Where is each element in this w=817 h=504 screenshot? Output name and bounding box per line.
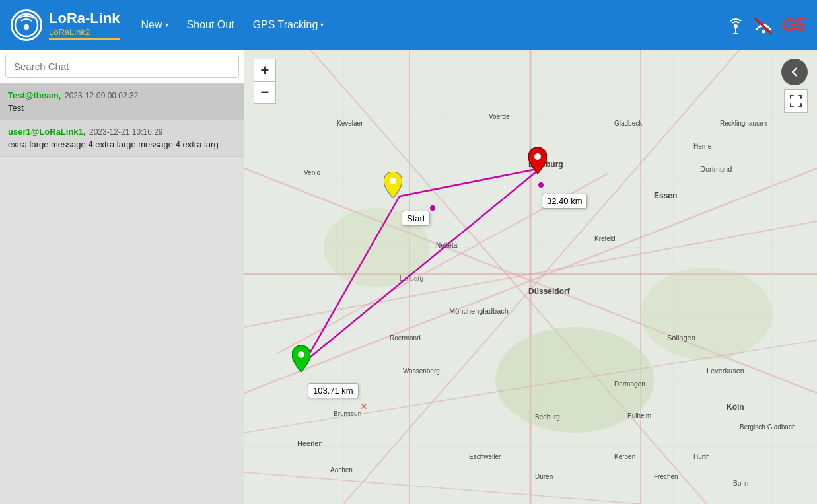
map-background: Duisburg Dortmund Essen Düsseldorf Mönch… [244, 50, 817, 504]
header: LoRa-Link LoRaLink2 New ▾ Shout Out GPS … [0, 0, 817, 50]
signal-slash-icon[interactable] [750, 13, 777, 37]
svg-text:Frechen: Frechen [654, 473, 678, 480]
search-bar [0, 50, 244, 84]
svg-text:Solingen: Solingen [667, 334, 695, 342]
svg-text:Hürth: Hürth [693, 453, 709, 460]
nav-area: New ▾ Shout Out GPS Tracking ▾ [133, 14, 332, 36]
svg-text:Bonn: Bonn [733, 480, 748, 487]
nav-gps-tracking[interactable]: GPS Tracking ▾ [245, 14, 332, 36]
red-marker[interactable] [528, 147, 547, 176]
chat-timestamp: 2023-12-21 10:16:29 [89, 127, 162, 137]
yellow-marker[interactable] [384, 172, 402, 201]
svg-text:Leverkusen: Leverkusen [707, 367, 744, 375]
logo-area: LoRa-Link LoRaLink2 [11, 9, 120, 41]
zoom-in-button[interactable]: + [254, 59, 276, 81]
chat-item[interactable]: user1@LoRaLink1, 2023-12-21 10:16:29 ext… [0, 120, 244, 157]
svg-point-72 [390, 178, 396, 184]
distance-label-103km: 103.71 km [308, 383, 359, 398]
svg-point-30 [641, 268, 773, 360]
svg-text:Dormagen: Dormagen [614, 380, 645, 388]
chevron-left-icon [787, 65, 802, 79]
svg-text:Düren: Düren [535, 473, 553, 480]
svg-text:Nettetal: Nettetal [436, 242, 458, 249]
svg-text:Bedburg: Bedburg [535, 414, 560, 421]
svg-point-5 [762, 30, 765, 33]
chat-user: Test@tbeam, [8, 90, 61, 100]
distance-label-32km: 32.40 km [542, 194, 587, 209]
main-layout: Test@tbeam, 2023-12-09 00:02:32 Test use… [0, 50, 817, 504]
svg-text:Köln: Köln [727, 402, 744, 412]
chat-item[interactable]: Test@tbeam, 2023-12-09 00:02:32 Test [0, 84, 244, 120]
chevron-down-icon: ▾ [165, 21, 168, 28]
map-container[interactable]: Duisburg Dortmund Essen Düsseldorf Mönch… [244, 50, 817, 504]
nav-shout-out[interactable]: Shout Out [179, 14, 242, 36]
svg-text:Essen: Essen [654, 191, 677, 200]
radio-wave-icon [11, 9, 42, 41]
fullscreen-icon [789, 94, 802, 108]
nav-new[interactable]: New ▾ [133, 14, 176, 36]
svg-text:Kerpen: Kerpen [614, 453, 635, 460]
svg-point-2 [734, 24, 738, 28]
svg-text:Eschweiler: Eschweiler [469, 453, 501, 460]
app-title: LoRa-Link [49, 10, 120, 27]
search-input[interactable] [5, 55, 239, 78]
svg-point-1 [24, 24, 29, 30]
chat-timestamp: 2023-12-09 00:02:32 [65, 91, 138, 100]
header-icons: G5 [724, 12, 806, 38]
radio-tower-icon[interactable] [724, 13, 748, 37]
svg-text:Bergisch Gladbach: Bergisch Gladbach [740, 423, 796, 431]
chat-message: extra large message 4 extra large messag… [8, 139, 232, 149]
brand-logo-icon[interactable]: G5 [779, 12, 806, 38]
chat-item-header: user1@LoRaLink1, 2023-12-21 10:16:29 [8, 127, 236, 137]
close-button[interactable]: ✕ [360, 401, 368, 412]
svg-text:Dortmund: Dortmund [700, 165, 732, 173]
chat-user: user1@LoRaLink1, [8, 127, 85, 137]
svg-point-74 [298, 351, 304, 358]
svg-text:Aachen: Aachen [330, 466, 353, 474]
fullscreen-button[interactable] [784, 89, 808, 113]
back-button[interactable] [781, 59, 808, 85]
svg-text:Roermond: Roermond [390, 334, 421, 342]
svg-text:Gladbeck: Gladbeck [614, 120, 643, 127]
svg-text:Mönchengladbach: Mönchengladbach [449, 307, 509, 315]
svg-text:Wassenberg: Wassenberg [403, 367, 440, 375]
app-subtitle: LoRaLink2 [49, 27, 120, 40]
chat-item-header: Test@tbeam, 2023-12-09 00:02:32 [8, 90, 236, 100]
svg-text:Kevelaer: Kevelaer [337, 120, 363, 127]
chevron-down-icon-gps: ▾ [320, 21, 324, 28]
svg-text:Heerlen: Heerlen [297, 439, 323, 447]
svg-text:Recklinghausen: Recklinghausen [720, 120, 767, 127]
start-label: Start [402, 211, 430, 226]
svg-text:Venlo: Venlo [304, 169, 320, 176]
chat-message: Test [8, 103, 232, 113]
svg-text:Düsseldorf: Düsseldorf [528, 287, 571, 296]
logo-text-area: LoRa-Link LoRaLink2 [49, 10, 120, 40]
sidebar: Test@tbeam, 2023-12-09 00:02:32 Test use… [0, 50, 244, 504]
svg-text:Herne: Herne [693, 143, 712, 150]
svg-text:Pulheim: Pulheim [627, 412, 651, 419]
svg-text:Krefeld: Krefeld [594, 235, 616, 242]
zoom-controls: + − [254, 59, 276, 104]
svg-text:Voerde: Voerde [489, 113, 510, 120]
green-marker[interactable] [292, 345, 310, 375]
svg-point-73 [534, 153, 541, 160]
zoom-out-button[interactable]: − [254, 81, 276, 104]
chat-list: Test@tbeam, 2023-12-09 00:02:32 Test use… [0, 84, 244, 504]
